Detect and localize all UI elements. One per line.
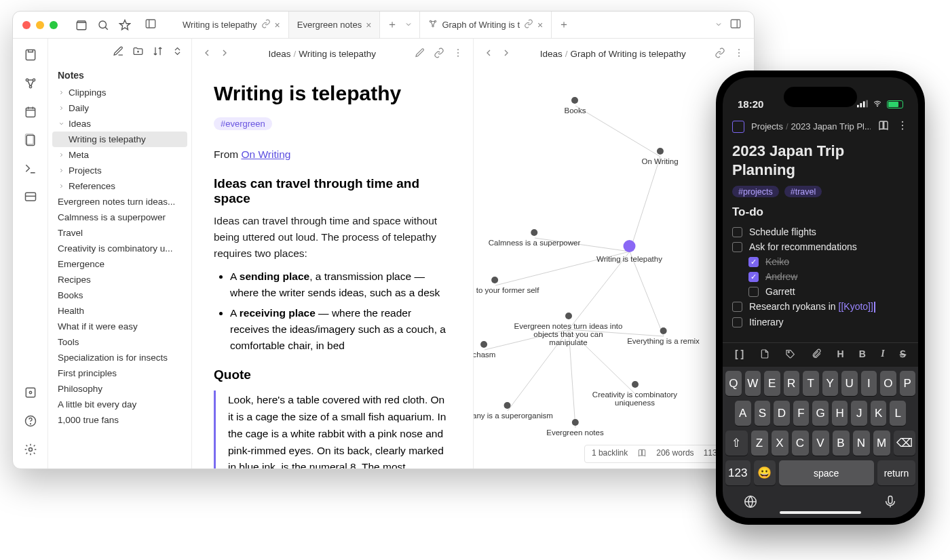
graph-node[interactable]: Calmness is a superpower — [489, 229, 581, 247]
sidebar-note[interactable]: 1,000 true fans — [48, 412, 191, 428]
key-O[interactable]: O — [880, 371, 896, 396]
sidebar-note[interactable]: Books — [48, 287, 191, 303]
key-shift[interactable]: ⇧ — [725, 431, 748, 456]
tab-graph[interactable]: Graph of Writing is t × — [420, 12, 552, 38]
sort-icon[interactable] — [152, 45, 164, 59]
phone-breadcrumb[interactable]: Projects/2023 Japan Trip Pl... — [751, 121, 871, 132]
tab-dropdown-icon[interactable] — [404, 19, 413, 31]
sidebar-note[interactable]: Specialization is for insects — [48, 350, 191, 365]
reading-mode-icon[interactable] — [877, 119, 890, 134]
key-I[interactable]: I — [861, 371, 877, 396]
backlinks-count[interactable]: 1 backlink — [592, 448, 628, 460]
on-writing-link[interactable]: On Writing — [241, 148, 290, 160]
forward-icon[interactable] — [501, 47, 512, 60]
sidebar-note[interactable]: What if it were easy — [48, 319, 191, 334]
key-emoji[interactable]: 😀 — [754, 460, 776, 485]
file-icon[interactable] — [759, 348, 770, 361]
sidebar-note[interactable]: Evergreen notes turn ideas... — [48, 194, 191, 209]
graph-node[interactable]: chasm — [474, 341, 496, 359]
key-backspace[interactable]: ⌫ — [894, 431, 916, 456]
search-icon[interactable] — [97, 19, 109, 31]
more-icon[interactable] — [896, 119, 909, 134]
left-sidebar-icon[interactable] — [732, 121, 744, 133]
bold-icon[interactable]: B — [859, 348, 866, 361]
key-return[interactable]: return — [877, 460, 915, 485]
panels-right-icon[interactable] — [729, 18, 742, 33]
more-icon[interactable] — [734, 47, 744, 60]
forward-icon[interactable] — [219, 47, 230, 60]
key-D[interactable]: D — [774, 401, 790, 426]
sidebar-folder[interactable]: Projects — [48, 163, 191, 178]
key-H[interactable]: H — [832, 401, 848, 426]
attach-icon[interactable] — [811, 348, 822, 361]
breadcrumb[interactable]: Ideas/Graph of Writing is telepathy — [518, 49, 708, 59]
more-icon[interactable] — [453, 47, 463, 60]
key-L[interactable]: L — [890, 401, 906, 426]
key-P[interactable]: P — [900, 371, 916, 396]
home-indicator[interactable] — [780, 511, 861, 514]
close-icon[interactable]: × — [275, 20, 280, 31]
close-icon[interactable]: × — [366, 20, 371, 31]
tag-icon[interactable] — [785, 348, 796, 361]
key-U[interactable]: U — [841, 371, 858, 396]
italic-icon[interactable]: I — [881, 348, 884, 361]
key-K[interactable]: K — [871, 401, 887, 426]
key-T[interactable]: T — [803, 371, 819, 396]
sidebar-folder[interactable]: Daily — [48, 100, 191, 116]
sidebar-note[interactable]: Recipes — [48, 272, 191, 287]
sidebar-note[interactable]: A little bit every day — [48, 397, 191, 412]
graph-node[interactable]: Books — [565, 97, 586, 115]
phone-tag[interactable]: #travel — [784, 186, 822, 197]
note-tag[interactable]: #evergreen — [214, 117, 272, 130]
panels-icon[interactable] — [145, 18, 157, 33]
key-Z[interactable]: Z — [751, 431, 768, 456]
phone-note-content[interactable]: 2023 Japan Trip Planning #projects#trave… — [723, 139, 918, 342]
key-V[interactable]: V — [812, 431, 829, 456]
workspace-icon[interactable] — [24, 191, 37, 207]
breadcrumb[interactable]: Ideas/Writing is telepathy — [237, 49, 408, 59]
key-Y[interactable]: Y — [822, 371, 839, 396]
sidebar-note[interactable]: First principles — [48, 365, 191, 381]
todo-item[interactable]: ✓Andrew — [732, 269, 909, 284]
todo-item[interactable]: Schedule flights — [732, 224, 909, 239]
tab-dropdown-icon[interactable] — [715, 19, 723, 31]
sidebar-note[interactable]: Emergence — [48, 256, 191, 272]
key-E[interactable]: E — [764, 371, 780, 396]
graph-node[interactable]: Everything is a remix — [627, 327, 700, 345]
sidebar-note[interactable]: Calmness is a superpower — [48, 209, 191, 225]
maximize-window[interactable] — [50, 21, 58, 29]
phone-tag[interactable]: #projects — [732, 186, 779, 197]
sidebar-note[interactable]: Health — [48, 303, 191, 319]
vault-icon[interactable] — [75, 19, 88, 31]
heading-icon[interactable]: H — [837, 348, 843, 361]
graph-node[interactable]: Evergreen notes — [546, 419, 603, 437]
todo-item[interactable]: Research ryokans in [[Kyoto]] — [732, 299, 909, 315]
star-icon[interactable] — [119, 19, 131, 31]
key-Q[interactable]: Q — [725, 371, 742, 396]
new-tab-icon[interactable]: ＋ — [558, 18, 569, 32]
checkbox[interactable] — [732, 242, 742, 252]
key-J[interactable]: J — [851, 401, 867, 426]
key-X[interactable]: X — [772, 431, 788, 456]
link-icon[interactable] — [715, 47, 725, 60]
sidebar-folder[interactable]: Clippings — [48, 85, 191, 100]
command-icon[interactable] — [24, 162, 37, 178]
checkbox[interactable] — [732, 227, 742, 237]
brackets-icon[interactable]: [ ] — [735, 348, 744, 361]
key-F[interactable]: F — [793, 401, 810, 426]
collapse-icon[interactable] — [172, 45, 183, 59]
todo-item[interactable]: Itinerary — [732, 315, 909, 329]
graph-node[interactable]: mpany is a superorganism — [474, 402, 553, 420]
help-icon[interactable] — [24, 414, 37, 431]
sidebar-note[interactable]: Philosophy — [48, 381, 191, 397]
tab-evergreen[interactable]: Evergreen notes × — [289, 12, 381, 38]
todo-item[interactable]: Garrett — [732, 284, 909, 299]
key-W[interactable]: W — [745, 371, 761, 396]
graph-canvas[interactable]: 1 backlink 206 words 1139 char BooksOn W… — [474, 68, 755, 468]
sidebar-folder[interactable]: Meta — [48, 147, 191, 163]
mic-icon[interactable] — [883, 494, 898, 511]
key-G[interactable]: G — [812, 401, 829, 426]
checkbox[interactable]: ✓ — [748, 272, 759, 282]
quick-switcher-icon[interactable] — [24, 48, 37, 64]
tab-writing[interactable]: Writing is telepathy × — [174, 12, 289, 38]
